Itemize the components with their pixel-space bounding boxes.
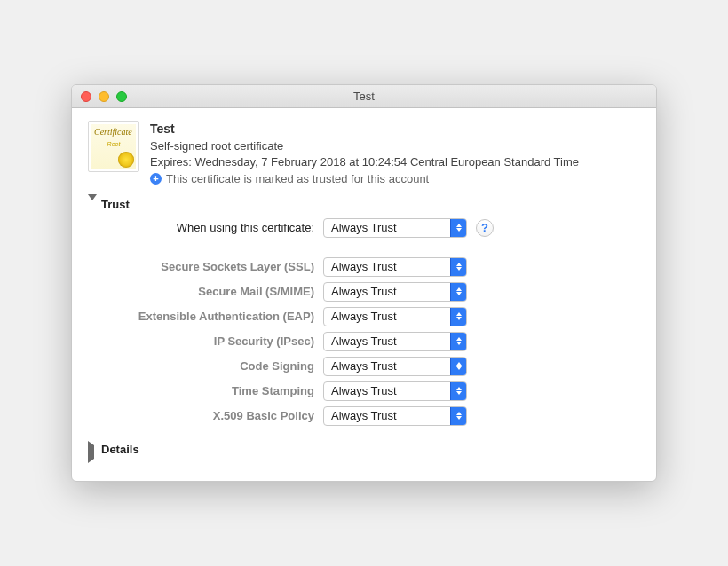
certificate-subtitle: Self-signed root certificate [150, 138, 640, 154]
certificate-name: Test [150, 121, 640, 138]
trust-row-select-smime[interactable]: Always Trust [323, 282, 467, 302]
trust-row-value: Always Trust [331, 310, 397, 323]
seal-icon [118, 152, 134, 168]
certificate-window: Test Certificate Root Test Self-signed r… [71, 84, 657, 482]
trust-row-value: Always Trust [331, 334, 397, 348]
trust-row-select-x509[interactable]: Always Trust [323, 406, 467, 426]
help-button[interactable]: ? [476, 219, 494, 237]
stepper-arrows-icon [450, 308, 466, 326]
chevron-down-icon [88, 200, 96, 208]
chevron-right-icon [88, 445, 96, 453]
zoom-button[interactable] [116, 91, 127, 102]
details-section: Details [88, 442, 640, 474]
spacer [88, 243, 640, 252]
trust-row-label: Secure Mail (S/MIME) [88, 285, 314, 298]
window-content: Certificate Root Test Self-signed root c… [72, 108, 656, 481]
trust-row-select-eap[interactable]: Always Trust [323, 307, 467, 326]
certificate-icon-sublabel: Root [89, 141, 138, 147]
trust-row-label: Secure Sockets Layer (SSL) [88, 260, 314, 273]
when-using-value: Always Trust [331, 221, 397, 234]
stepper-arrows-icon [450, 382, 466, 400]
when-using-label: When using this certificate: [88, 221, 314, 234]
stepper-arrows-icon [450, 333, 466, 350]
stepper-arrows-icon [450, 258, 466, 276]
trust-row-label: Extensible Authentication (EAP) [88, 310, 314, 323]
trust-row-value: Always Trust [331, 285, 397, 298]
certificate-icon-label: Certificate [94, 127, 132, 137]
trust-row-select-ipsec[interactable]: Always Trust [323, 332, 467, 351]
trust-row-value: Always Trust [331, 384, 397, 397]
certificate-icon: Certificate Root [88, 121, 139, 172]
traffic-lights [81, 91, 127, 102]
trust-row-label: Time Stamping [88, 384, 314, 397]
certificate-info: Test Self-signed root certificate Expire… [150, 121, 640, 187]
help-icon: ? [481, 221, 488, 234]
when-using-select[interactable]: Always Trust [323, 218, 467, 238]
trust-row-select-timestamp[interactable]: Always Trust [323, 381, 467, 401]
trust-disclosure[interactable]: Trust [88, 198, 640, 211]
stepper-arrows-icon [450, 407, 466, 425]
trust-section-title: Trust [101, 198, 130, 211]
stepper-arrows-icon [450, 358, 466, 375]
trust-row-select-ssl[interactable]: Always Trust [323, 257, 467, 277]
trusted-status: + This certificate is marked as trusted … [150, 171, 640, 187]
certificate-expires: Expires: Wednesday, 7 February 2018 at 1… [150, 154, 640, 170]
certificate-header: Certificate Root Test Self-signed root c… [88, 121, 640, 187]
window-title: Test [72, 90, 656, 103]
trust-section: Trust When using this certificate: Alway… [88, 198, 640, 426]
minimize-button[interactable] [99, 91, 109, 102]
stepper-arrows-icon [450, 219, 466, 237]
trust-row-value: Always Trust [331, 359, 397, 373]
titlebar[interactable]: Test [72, 85, 656, 108]
stepper-arrows-icon [450, 283, 466, 301]
details-disclosure[interactable]: Details [88, 443, 640, 456]
plus-icon: + [150, 173, 162, 185]
trust-row-value: Always Trust [331, 409, 397, 422]
trusted-status-text: This certificate is marked as trusted fo… [166, 171, 429, 187]
trust-row-label: X.509 Basic Policy [88, 409, 314, 422]
close-button[interactable] [81, 91, 91, 102]
trust-row-label: Code Signing [88, 359, 314, 373]
details-section-title: Details [101, 443, 139, 456]
trust-settings: When using this certificate: Always Trus… [88, 218, 640, 426]
trust-row-label: IP Security (IPsec) [88, 334, 314, 348]
trust-row-value: Always Trust [331, 260, 397, 273]
trust-row-select-codesign[interactable]: Always Trust [323, 357, 467, 376]
